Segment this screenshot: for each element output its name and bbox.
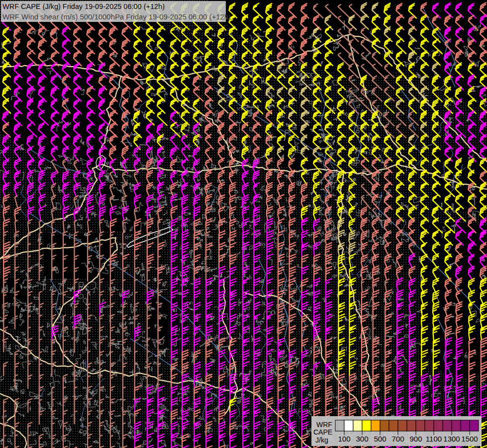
- svg-text:1300: 1300: [443, 435, 460, 443]
- svg-text:1100: 1100: [426, 435, 442, 443]
- svg-text:WRF: WRF: [316, 421, 332, 429]
- svg-text:1500: 1500: [461, 435, 478, 443]
- svg-text:J/kg: J/kg: [315, 436, 328, 444]
- svg-text:700: 700: [391, 435, 404, 443]
- svg-text:100: 100: [338, 435, 350, 443]
- svg-text:WRF CAPE (J/kg) Friday 19-09-2: WRF CAPE (J/kg) Friday 19-09-2025 06:00 …: [2, 2, 165, 10]
- svg-text:300: 300: [356, 435, 368, 443]
- svg-text:CAPE: CAPE: [313, 428, 332, 436]
- svg-text:500: 500: [374, 435, 386, 443]
- svg-text:WRF Wind shear (m/s) 500/1000h: WRF Wind shear (m/s) 500/1000hPa Friday …: [2, 13, 231, 21]
- svg-text:900: 900: [409, 435, 422, 443]
